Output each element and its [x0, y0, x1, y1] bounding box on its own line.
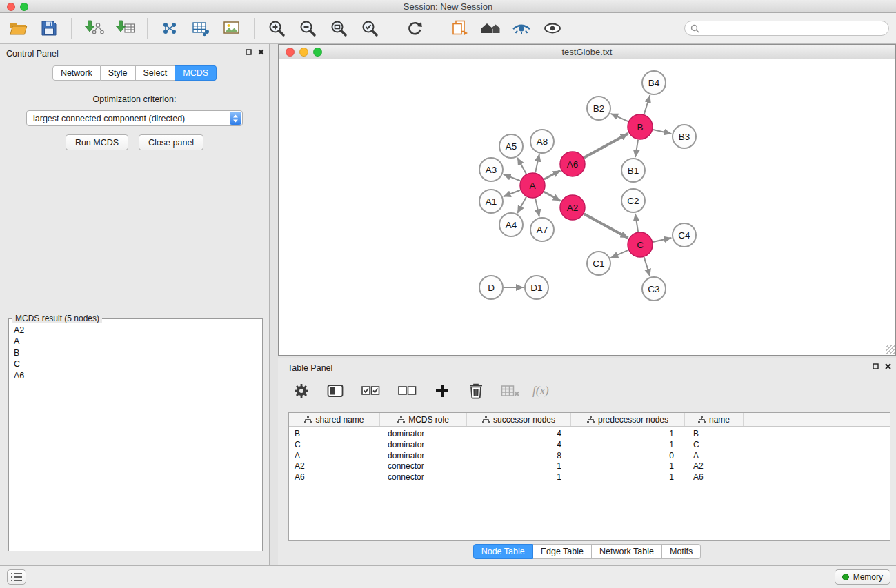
tab-network-table[interactable]: Network Table	[592, 544, 662, 559]
import-network-button[interactable]	[83, 17, 105, 39]
network-edge-A-A7[interactable]	[535, 199, 539, 217]
network-node-C1[interactable]: C1	[587, 252, 610, 275]
network-node-B4[interactable]: B4	[642, 71, 666, 94]
column-header-shared-name[interactable]: shared name	[289, 413, 380, 426]
network-node-A[interactable]: A	[520, 173, 545, 198]
network-node-B2[interactable]: B2	[587, 97, 610, 120]
network-node-A4[interactable]: A4	[499, 213, 523, 236]
delete-columns-button[interactable]	[465, 380, 487, 402]
close-table-panel-icon[interactable]	[885, 363, 891, 369]
network-node-B[interactable]: B	[628, 114, 653, 139]
network-node-A2[interactable]: A2	[560, 195, 585, 220]
tab-edge-table[interactable]: Edge Table	[533, 544, 592, 559]
zoom-in-button[interactable]	[266, 17, 288, 39]
network-node-B3[interactable]: B3	[673, 125, 696, 148]
task-history-button[interactable]	[7, 569, 26, 585]
network-edge-B-B4[interactable]	[644, 95, 650, 114]
tab-select[interactable]: Select	[136, 65, 176, 81]
zoom-fit-button[interactable]	[328, 17, 350, 39]
network-edge-A-A5[interactable]	[517, 158, 526, 174]
network-node-C4[interactable]: C4	[673, 223, 696, 247]
deselect-all-button[interactable]	[395, 380, 419, 402]
zoom-out-button[interactable]	[297, 17, 319, 39]
new-network-button[interactable]	[159, 17, 181, 39]
network-edge-B-B3[interactable]	[653, 130, 672, 134]
refresh-view-button[interactable]	[404, 17, 426, 39]
column-header-successor-nodes[interactable]: successor nodes	[467, 413, 571, 426]
show-graphics-details-button[interactable]	[541, 17, 564, 39]
mcds-result-item[interactable]: A	[9, 336, 262, 347]
tab-motifs[interactable]: Motifs	[662, 544, 701, 559]
mcds-result-item[interactable]: C	[9, 358, 262, 369]
network-edge-C-C3[interactable]	[644, 257, 650, 276]
network-edge-A-A1[interactable]	[504, 190, 521, 196]
import-table-button[interactable]	[114, 17, 136, 39]
run-mcds-button[interactable]: Run MCDS	[66, 134, 128, 150]
tab-node-table[interactable]: Node Table	[473, 544, 533, 559]
resize-grip[interactable]	[886, 345, 895, 354]
tab-mcds[interactable]: MCDS	[175, 65, 217, 81]
create-column-button[interactable]	[431, 380, 453, 402]
network-node-A8[interactable]: A8	[530, 130, 554, 153]
network-edge-A-A8[interactable]	[535, 154, 539, 173]
network-node-A6[interactable]: A6	[560, 152, 585, 176]
function-builder-button[interactable]: f(x)	[532, 384, 549, 398]
open-session-button[interactable]	[7, 17, 29, 39]
save-session-button[interactable]	[38, 17, 60, 39]
network-edge-A-A3[interactable]	[504, 174, 521, 181]
search-icon	[690, 24, 699, 33]
column-header-name[interactable]: name	[685, 413, 744, 426]
network-node-A7[interactable]: A7	[530, 218, 554, 241]
export-image-button[interactable]	[221, 17, 243, 39]
network-edge-A-A6[interactable]	[544, 170, 561, 179]
tab-network[interactable]: Network	[52, 65, 101, 81]
table-row[interactable]: Bdominator41B	[289, 429, 890, 440]
optimization-dropdown[interactable]: largest connected component (directed)	[26, 110, 243, 126]
mcds-result-item[interactable]: B	[9, 347, 262, 358]
close-panel-button[interactable]: Close panel	[139, 134, 203, 150]
new-network-table-button[interactable]	[190, 17, 212, 39]
network-node-A5[interactable]: A5	[499, 134, 523, 158]
table-options-button[interactable]	[290, 380, 312, 402]
network-node-A3[interactable]: A3	[479, 158, 503, 181]
table-row[interactable]: Adominator80A	[289, 451, 890, 462]
network-node-C3[interactable]: C3	[642, 277, 666, 301]
delete-table-button[interactable]	[499, 380, 521, 402]
memory-button[interactable]: Memory	[835, 569, 890, 585]
network-edge-A-A4[interactable]	[517, 197, 526, 214]
network-node-C2[interactable]: C2	[621, 189, 645, 212]
welcome-screen-button[interactable]	[479, 17, 501, 39]
column-header-predecessor-nodes[interactable]: predecessor nodes	[571, 413, 685, 426]
zoom-selected-button[interactable]	[359, 17, 381, 39]
network-edge-A2-C[interactable]	[584, 214, 628, 238]
network-node-A1[interactable]: A1	[479, 190, 503, 213]
network-edge-B-B1[interactable]	[635, 140, 638, 157]
select-all-button[interactable]	[358, 380, 383, 402]
close-panel-icon[interactable]	[258, 49, 264, 55]
network-edge-A6-B[interactable]	[584, 134, 628, 158]
table-row[interactable]: Cdominator41C	[289, 440, 890, 451]
network-edge-B-B2[interactable]	[610, 114, 628, 121]
table-row[interactable]: A2connector11A2	[289, 461, 890, 472]
float-panel-icon[interactable]	[246, 49, 252, 55]
search-input[interactable]	[703, 23, 883, 33]
network-edge-C-C1[interactable]	[610, 250, 628, 258]
network-edge-C-C4[interactable]	[653, 238, 672, 242]
network-window-titlebar[interactable]: testGlobe.txt	[279, 45, 895, 59]
network-node-D[interactable]: D	[479, 276, 503, 299]
visual-style-button[interactable]	[510, 17, 532, 39]
column-header-MCDS-role[interactable]: MCDS role	[380, 413, 467, 426]
float-table-panel-icon[interactable]	[873, 363, 879, 369]
mcds-result-item[interactable]: A6	[9, 370, 262, 381]
network-node-D1[interactable]: D1	[525, 276, 548, 299]
show-columns-button[interactable]	[324, 380, 346, 402]
network-canvas[interactable]: B4B2BB3A5A8A6B1A3AC2A1A2A4A7C4CC1C3DD1	[279, 59, 895, 355]
table-row[interactable]: A6connector11A6	[289, 472, 890, 483]
mcds-result-item[interactable]: A2	[9, 325, 262, 336]
network-edge-C-C2[interactable]	[635, 214, 638, 232]
open-documents-button[interactable]	[448, 17, 470, 39]
network-node-C[interactable]: C	[628, 232, 653, 257]
tab-style[interactable]: Style	[101, 65, 136, 81]
network-edge-A-A2[interactable]	[544, 192, 561, 201]
network-node-B1[interactable]: B1	[621, 159, 645, 182]
